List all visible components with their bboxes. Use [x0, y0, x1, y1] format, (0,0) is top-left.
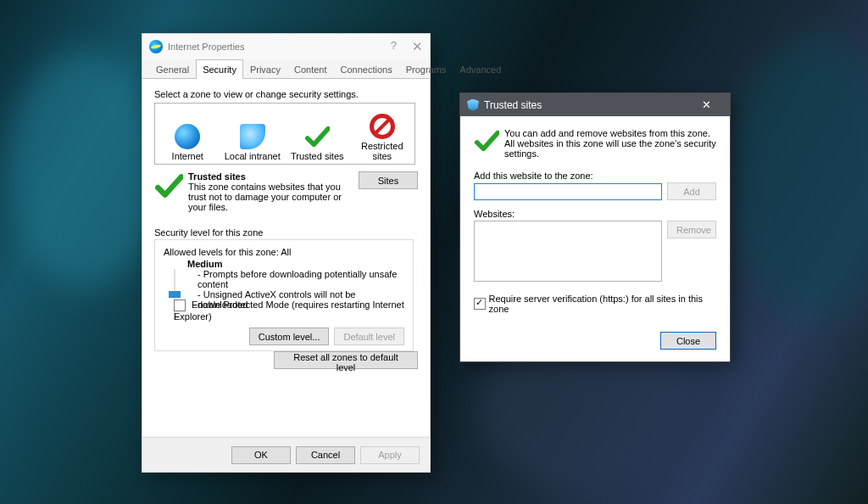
- security-level-box: Allowed levels for this zone: All Medium…: [154, 239, 414, 351]
- intranet-icon: [240, 124, 265, 149]
- zone-internet[interactable]: Internet: [157, 124, 218, 161]
- add-website-label: Add this website to the zone:: [474, 171, 716, 181]
- window-title: Trusted sites: [484, 99, 542, 111]
- level-name: Medium: [187, 259, 404, 269]
- require-https-checkbox[interactable]: ✓: [474, 298, 486, 310]
- zone-list: Internet Local intranet Trusted sites Re…: [154, 103, 415, 165]
- tab-programs[interactable]: Programs: [399, 59, 453, 79]
- sites-button[interactable]: Sites: [359, 171, 418, 189]
- require-https-label: Require server verification (https:) for…: [489, 294, 716, 314]
- zone-restricted-sites[interactable]: Restricted sites: [352, 114, 413, 161]
- close-dialog-button[interactable]: Close: [660, 332, 716, 350]
- help-button[interactable]: ?: [391, 39, 397, 54]
- add-button[interactable]: Add: [667, 182, 716, 200]
- security-level-label: Security level for this zone: [154, 227, 418, 238]
- tab-general[interactable]: General: [149, 59, 196, 79]
- websites-label: Websites:: [474, 209, 716, 219]
- tab-connections[interactable]: Connections: [333, 59, 398, 79]
- tab-advanced[interactable]: Advanced: [453, 59, 508, 79]
- dialog-footer: OK Cancel Apply: [142, 437, 430, 472]
- internet-properties-window: Internet Properties ? ✕ General Security…: [142, 33, 431, 473]
- tab-content[interactable]: Content: [287, 59, 334, 79]
- globe-icon: [175, 124, 200, 149]
- close-button[interactable]: ✕: [412, 39, 423, 54]
- zone-local-intranet[interactable]: Local intranet: [222, 124, 283, 161]
- ok-button[interactable]: OK: [231, 446, 291, 464]
- reset-all-zones-button[interactable]: Reset all zones to default level: [274, 351, 418, 369]
- close-button[interactable]: ✕: [689, 93, 723, 116]
- zone-large-icon: [154, 171, 188, 212]
- allowed-levels-text: Allowed levels for this zone: All: [164, 247, 404, 257]
- window-title: Internet Properties: [168, 42, 245, 52]
- ie-icon: [149, 40, 163, 53]
- checkmark-icon: [474, 128, 499, 159]
- zone-instruction: Select a zone to view or change security…: [154, 89, 418, 99]
- intro-text: You can add and remove websites from thi…: [504, 128, 716, 159]
- custom-level-button[interactable]: Custom level...: [249, 328, 330, 345]
- checkmark-icon: [304, 124, 330, 149]
- zone-description: This zone contains websites that you tru…: [188, 182, 352, 212]
- shield-icon: [467, 99, 479, 111]
- level-detail-1: - Prompts before downloading potentially…: [198, 269, 404, 289]
- apply-button[interactable]: Apply: [360, 446, 420, 464]
- titlebar[interactable]: Trusted sites ✕: [460, 93, 730, 116]
- default-level-button[interactable]: Default level: [334, 328, 404, 345]
- titlebar[interactable]: Internet Properties ? ✕: [142, 34, 430, 59]
- trusted-sites-window: Trusted sites ✕ You can add and remove w…: [459, 92, 731, 362]
- protected-mode-checkbox[interactable]: [174, 300, 186, 311]
- protected-mode-label: Enable Protected Mode (requires restarti…: [174, 300, 404, 322]
- add-website-input[interactable]: [474, 183, 662, 200]
- zone-title: Trusted sites: [188, 171, 352, 182]
- websites-listbox[interactable]: [474, 221, 662, 282]
- tab-strip: General Security Privacy Content Connect…: [142, 59, 430, 79]
- tab-privacy[interactable]: Privacy: [243, 59, 287, 79]
- prohibited-icon: [370, 114, 395, 139]
- tab-security[interactable]: Security: [196, 59, 243, 80]
- cancel-button[interactable]: Cancel: [296, 446, 355, 464]
- remove-button[interactable]: Remove: [667, 221, 716, 238]
- zone-trusted-sites[interactable]: Trusted sites: [287, 124, 348, 161]
